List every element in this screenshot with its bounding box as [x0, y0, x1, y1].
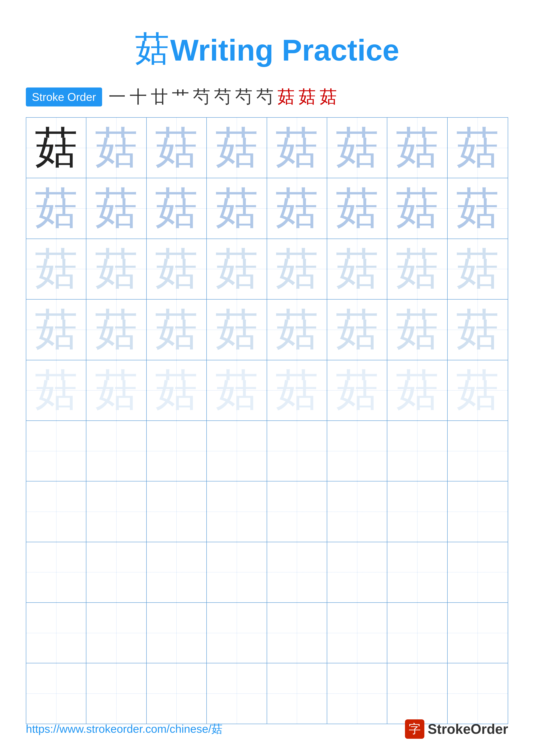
- grid-cell[interactable]: [267, 663, 327, 723]
- grid-cell[interactable]: [327, 663, 387, 723]
- grid-cell[interactable]: 菇: [26, 118, 87, 178]
- grid-cell[interactable]: 菇: [87, 178, 146, 238]
- cell-character: 菇: [155, 369, 198, 412]
- grid-cell[interactable]: 菇: [447, 360, 508, 420]
- grid-cell[interactable]: 菇: [147, 360, 207, 420]
- footer-url[interactable]: https://www.strokeorder.com/chinese/菇: [26, 721, 222, 737]
- grid-cell[interactable]: [26, 421, 87, 481]
- grid-cell[interactable]: [267, 481, 327, 542]
- grid-cell[interactable]: [207, 542, 267, 602]
- cell-character: 菇: [155, 126, 198, 169]
- grid-cell[interactable]: 菇: [207, 360, 267, 420]
- grid-cell[interactable]: [327, 542, 387, 602]
- grid-cell[interactable]: 菇: [26, 239, 87, 299]
- grid-cell[interactable]: 菇: [87, 300, 146, 360]
- cell-character: 菇: [215, 308, 258, 351]
- cell-character: 菇: [396, 308, 439, 351]
- grid-cell[interactable]: [87, 663, 146, 723]
- cell-character: 菇: [336, 308, 379, 351]
- grid-cell[interactable]: [147, 542, 207, 602]
- grid-cell[interactable]: [87, 542, 146, 602]
- grid-cell[interactable]: 菇: [87, 360, 146, 420]
- cell-character: 菇: [396, 126, 439, 169]
- grid-cell[interactable]: 菇: [26, 178, 87, 238]
- grid-cell[interactable]: 菇: [327, 300, 387, 360]
- grid-cell[interactable]: 菇: [147, 300, 207, 360]
- grid-cell[interactable]: [26, 542, 87, 602]
- grid-cell[interactable]: [447, 542, 508, 602]
- grid-cell[interactable]: 菇: [267, 300, 327, 360]
- grid-cell[interactable]: 菇: [267, 360, 327, 420]
- grid-cell[interactable]: [147, 603, 207, 663]
- grid-cell[interactable]: 菇: [26, 300, 87, 360]
- grid-cell[interactable]: [207, 421, 267, 481]
- grid-cell[interactable]: 菇: [447, 239, 508, 299]
- cell-character: 菇: [275, 369, 318, 412]
- grid-cell[interactable]: 菇: [207, 239, 267, 299]
- grid-cell[interactable]: [26, 603, 87, 663]
- cell-character: 菇: [215, 126, 258, 169]
- grid-cell[interactable]: 菇: [387, 118, 447, 178]
- cell-character: 菇: [396, 187, 439, 230]
- cell-character: 菇: [155, 308, 198, 351]
- grid-cell[interactable]: [147, 481, 207, 542]
- grid-cell[interactable]: [447, 603, 508, 663]
- stroke-order-badge: Stroke Order: [26, 88, 102, 106]
- grid-cell[interactable]: 菇: [267, 118, 327, 178]
- grid-cell[interactable]: 菇: [447, 118, 508, 178]
- grid-cell[interactable]: 菇: [87, 239, 146, 299]
- stroke-10: 菇: [298, 85, 316, 109]
- grid-cell[interactable]: 菇: [327, 178, 387, 238]
- grid-cell[interactable]: 菇: [26, 360, 87, 420]
- grid-cell[interactable]: [387, 663, 447, 723]
- grid-row: 菇菇菇菇菇菇菇菇: [26, 178, 508, 239]
- grid-cell[interactable]: [87, 603, 146, 663]
- stroke-7: 芍: [235, 85, 252, 109]
- grid-cell[interactable]: [387, 421, 447, 481]
- grid-cell[interactable]: 菇: [147, 239, 207, 299]
- grid-cell[interactable]: 菇: [207, 118, 267, 178]
- grid-cell[interactable]: [387, 542, 447, 602]
- grid-cell[interactable]: [447, 481, 508, 542]
- grid-cell[interactable]: [267, 603, 327, 663]
- grid-cell[interactable]: [207, 663, 267, 723]
- grid-cell[interactable]: 菇: [387, 360, 447, 420]
- grid-cell[interactable]: [267, 421, 327, 481]
- grid-cell[interactable]: [387, 603, 447, 663]
- grid-cell[interactable]: 菇: [327, 360, 387, 420]
- grid-cell[interactable]: [447, 663, 508, 723]
- cell-character: 菇: [95, 369, 138, 412]
- grid-cell[interactable]: [207, 603, 267, 663]
- grid-cell[interactable]: [387, 481, 447, 542]
- grid-cell[interactable]: [327, 481, 387, 542]
- grid-cell[interactable]: 菇: [327, 118, 387, 178]
- grid-cell[interactable]: [87, 481, 146, 542]
- grid-cell[interactable]: [327, 421, 387, 481]
- footer-logo-text: StrokeOrder: [428, 721, 508, 737]
- grid-cell[interactable]: 菇: [387, 239, 447, 299]
- grid-cell[interactable]: [267, 542, 327, 602]
- grid-cell[interactable]: 菇: [147, 178, 207, 238]
- grid-cell[interactable]: 菇: [87, 118, 146, 178]
- grid-cell[interactable]: [26, 481, 87, 542]
- grid-cell[interactable]: 菇: [387, 178, 447, 238]
- grid-cell[interactable]: [327, 603, 387, 663]
- grid-cell[interactable]: 菇: [447, 178, 508, 238]
- grid-cell[interactable]: [147, 421, 207, 481]
- grid-cell[interactable]: 菇: [267, 239, 327, 299]
- grid-cell[interactable]: [26, 663, 87, 723]
- grid-cell[interactable]: 菇: [147, 118, 207, 178]
- grid-cell[interactable]: 菇: [207, 300, 267, 360]
- grid-cell[interactable]: 菇: [267, 178, 327, 238]
- grid-row: 菇菇菇菇菇菇菇菇: [26, 360, 508, 421]
- grid-cell[interactable]: [147, 663, 207, 723]
- grid-cell[interactable]: 菇: [447, 300, 508, 360]
- grid-cell[interactable]: [87, 421, 146, 481]
- grid-cell[interactable]: [207, 481, 267, 542]
- grid-cell[interactable]: 菇: [387, 300, 447, 360]
- grid-cell[interactable]: 菇: [327, 239, 387, 299]
- grid-cell[interactable]: [447, 421, 508, 481]
- title-section: 菇 Writing Practice: [26, 26, 508, 72]
- grid-cell[interactable]: 菇: [207, 178, 267, 238]
- cell-character: 菇: [456, 126, 499, 169]
